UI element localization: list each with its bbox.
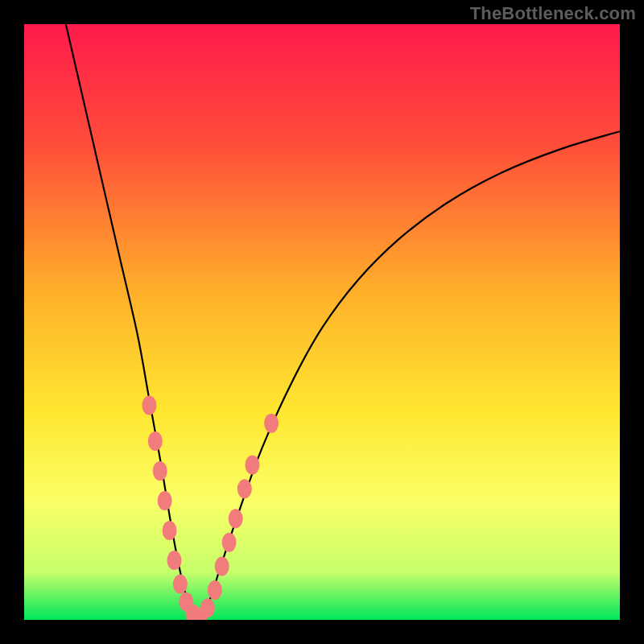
data-marker	[158, 491, 172, 510]
data-marker	[200, 598, 215, 617]
data-marker	[163, 521, 177, 540]
data-marker	[222, 533, 237, 552]
data-marker	[167, 551, 181, 570]
data-marker	[148, 431, 163, 451]
gradient-background	[24, 24, 620, 620]
data-marker	[245, 456, 259, 475]
data-marker	[229, 509, 243, 528]
data-marker	[215, 556, 229, 576]
data-marker	[264, 414, 279, 433]
data-marker	[142, 396, 156, 415]
watermark-text: TheBottleneck.com	[470, 3, 636, 24]
data-marker	[208, 580, 222, 600]
chart-frame: TheBottleneck.com	[0, 0, 644, 644]
data-marker	[173, 575, 188, 594]
bottleneck-chart	[24, 24, 620, 620]
plot-area	[24, 24, 620, 620]
data-marker	[153, 461, 167, 481]
data-marker	[237, 479, 252, 498]
